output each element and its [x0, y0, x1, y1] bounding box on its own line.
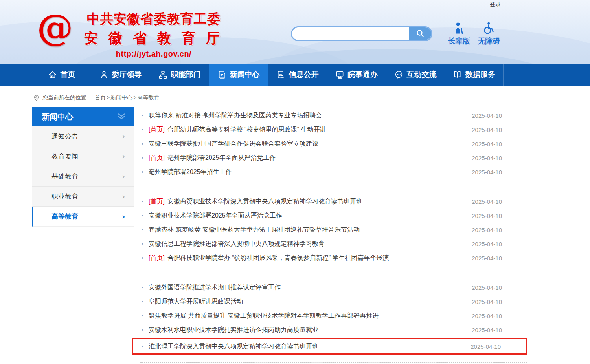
news-item-title[interactable]: 安徽商贸职业技术学院深入贯彻中央八项规定精神学习教育读书班开班 [167, 198, 362, 206]
news-item-title[interactable]: 聚焦教学进展 共商质量提升 安徽工贸职业技术学院对本学期教学工作再部署再推进 [149, 312, 379, 320]
news-item-title[interactable]: 亳州学院部署2025年全面从严治党工作 [167, 154, 276, 162]
news-item-date: 2025-04-10 [462, 241, 502, 247]
departments-icon [158, 70, 167, 79]
news-item: 安徽外国语学院推进学术期刊推荐认定评审工作2025-04-10 [140, 280, 527, 294]
nav-item-data-service[interactable]: 数据服务 [445, 64, 504, 86]
news-group: 安徽外国语学院推进学术期刊推荐认定评审工作2025-04-10阜阳师范大学开展听… [140, 279, 527, 363]
sidebar-item-basic-education[interactable]: 基础教育› [32, 166, 134, 187]
bullet-icon [142, 301, 143, 302]
nav-item-leaders[interactable]: 委厅领导 [91, 64, 150, 86]
nav-item-info-disclosure[interactable]: 信息公开 [268, 64, 327, 86]
news-item: 安徽三联学院获批中国产学研合作促进会联合实验室立项建设2025-04-10 [140, 137, 527, 151]
nav-item-label: 皖事通办 [348, 70, 378, 80]
sidebar-item-label: 通知公告 [51, 132, 78, 141]
news-item-title[interactable]: 合肥幼儿师范高等专科学校 “校史馆里的思政课” 生动开讲 [167, 126, 326, 134]
breadcrumb-item[interactable]: 新闻中心 [110, 94, 132, 101]
nav-item-label: 信息公开 [289, 70, 319, 80]
breadcrumb-item[interactable]: 高等教育 [137, 94, 159, 101]
sidebar-title: 新闻中心 [42, 112, 73, 122]
news-list: 职等你来 精准对接 亳州学院举办生物及医药类专业专场招聘会2025-04-10[… [140, 107, 527, 364]
news-item: 阜阳师范大学开展听讲思政课活动2025-04-10 [140, 294, 527, 309]
news-item-title[interactable]: 安徽三联学院获批中国产学研合作促进会联合实验室立项建设 [149, 140, 318, 148]
info-disclosure-icon [276, 70, 285, 79]
news-item-date: 2025-04-10 [462, 327, 502, 333]
sidebar-header: 新闻中心 [32, 107, 134, 126]
elder-version-label: 长辈版 [445, 36, 473, 46]
sidebar-item-label: 教育要闻 [51, 152, 78, 161]
sidebar-item-higher-education[interactable]: 高等教育› [32, 207, 134, 227]
news-item: 安徽水利水电职业技术学院扎实推进访企拓岗助力高质量就业2025-04-10 [140, 323, 527, 337]
chevron-right-icon: › [122, 212, 125, 221]
sidebar-item-vocational-education[interactable]: 职业教育› [32, 187, 134, 207]
news-item-prefix: [首页] [149, 154, 165, 162]
home-icon [48, 70, 57, 79]
news-item-title[interactable]: 安徽信息工程学院推进部署深入贯彻中央八项规定精神学习教育 [149, 240, 325, 248]
search-input[interactable] [292, 27, 409, 40]
news-item-date: 2025-04-10 [462, 198, 502, 205]
nav-item-label: 互动交流 [407, 70, 437, 80]
sidebar: 新闻中心 通知公告›教育要闻›基础教育›职业教育›高等教育› [32, 107, 134, 227]
bullet-icon [142, 346, 143, 347]
news-item-date: 2025-04-10 [461, 343, 501, 350]
elder-version-button[interactable]: 长辈版 [445, 21, 473, 46]
news-item-title[interactable]: 合肥科技职业学院举办 “缤纷社团展风采，青春筑梦启新程” 学生社团嘉年华展演 [167, 254, 389, 262]
news-item-date: 2025-04-10 [462, 169, 502, 176]
nav-item-label: 数据服务 [465, 70, 495, 80]
bullet-icon [142, 115, 143, 116]
nav-item-label: 首页 [61, 70, 75, 80]
news-item-title[interactable]: 亳州学院部署2025年招生工作 [149, 168, 232, 176]
data-service-icon [453, 70, 462, 79]
sidebar-item-label: 高等教育 [51, 212, 78, 221]
site-logo-block: @ 中共安徽省委教育工委 安徽省教育厅 http://jyt.ah.gov.cn… [37, 10, 229, 59]
nav-item-interaction[interactable]: 互动交流 [386, 64, 445, 86]
news-item-date: 2025-04-10 [462, 141, 502, 147]
breadcrumb-separator: > [107, 94, 110, 101]
main-content: 新闻中心 通知公告›教育要闻›基础教育›职业教育›高等教育› 职等你来 精准对接… [0, 107, 590, 364]
news-item: 安徽信息工程学院推进部署深入贯彻中央八项规定精神学习教育2025-04-10 [140, 237, 527, 251]
nav-item-home[interactable]: 首页 [32, 64, 91, 86]
chevron-right-icon: › [122, 152, 125, 161]
sidebar-item-education-news[interactable]: 教育要闻› [32, 146, 134, 166]
chevron-double-down-icon [117, 113, 126, 120]
nav-item-label: 新闻中心 [230, 70, 260, 80]
news-item-date: 2025-04-10 [462, 155, 502, 161]
bullet-icon [142, 243, 143, 245]
accessibility-label: 无障碍 [475, 36, 503, 46]
bullet-icon [142, 171, 143, 173]
search-button[interactable] [409, 27, 431, 40]
news-item-title[interactable]: 安徽水利水电职业技术学院扎实推进访企拓岗助力高质量就业 [149, 326, 318, 334]
nav-item-departments[interactable]: 职能部门 [150, 64, 209, 86]
sidebar-item-label: 职业教育 [51, 192, 78, 201]
chevron-right-icon: › [122, 172, 125, 181]
breadcrumb-item[interactable]: 首页 [95, 94, 106, 101]
news-item-title[interactable]: 安徽职业技术学院部署2025年全面从严治党工作 [149, 212, 282, 220]
breadcrumb-separator: > [133, 94, 136, 101]
accessibility-button[interactable]: 无障碍 [475, 21, 503, 46]
news-item-date: 2025-04-10 [462, 126, 502, 133]
news-item: [首页]安徽商贸职业技术学院深入贯彻中央八项规定精神学习教育读书班开班2025-… [140, 194, 527, 209]
news-item-prefix: [首页] [149, 126, 165, 134]
news-item-title[interactable]: 淮北理工学院深入贯彻中央八项规定精神学习教育读书班开班 [149, 342, 318, 351]
login-link[interactable]: 登录 [490, 1, 501, 8]
news-item: 春满杏林 筑梦岐黄 安徽中医药大学举办第十届社团巡礼节暨草坪音乐节活动2025-… [140, 223, 527, 237]
bullet-icon [142, 143, 143, 145]
breadcrumb: 您当前所在的位置： 首页>新闻中心>高等教育 [33, 93, 590, 103]
news-item-title[interactable]: 职等你来 精准对接 亳州学院举办生物及医药类专业专场招聘会 [149, 112, 322, 120]
breadcrumb-path: 首页>新闻中心>高等教育 [95, 94, 159, 101]
sidebar-item-notices[interactable]: 通知公告› [32, 126, 134, 146]
breadcrumb-prefix: 您当前所在的位置： [42, 94, 92, 101]
site-url: http://jyt.ah.gov.cn/ [79, 49, 229, 59]
page-header: 登录 @ 中共安徽省委教育工委 安徽省教育厅 http://jyt.ah.gov… [0, 0, 590, 64]
wheelchair-icon [475, 21, 503, 35]
sidebar-item-label: 基础教育 [51, 172, 78, 181]
news-item-title[interactable]: 阜阳师范大学开展听讲思政课活动 [149, 298, 243, 306]
news-item-prefix: [首页] [149, 254, 165, 262]
nav-item-online-service[interactable]: 皖事通办 [327, 64, 386, 86]
nav-item-label: 职能部门 [171, 70, 201, 80]
nav-item-news-center[interactable]: 新闻中心 [209, 64, 268, 86]
news-item: 职等你来 精准对接 亳州学院举办生物及医药类专业专场招聘会2025-04-10 [140, 108, 527, 123]
news-item-title[interactable]: 春满杏林 筑梦岐黄 安徽中医药大学举办第十届社团巡礼节暨草坪音乐节活动 [149, 226, 360, 234]
news-item-title[interactable]: 安徽外国语学院推进学术期刊推荐认定评审工作 [149, 284, 281, 292]
news-group: 职等你来 精准对接 亳州学院举办生物及医药类专业专场招聘会2025-04-10[… [140, 107, 527, 186]
news-item: [首页]亳州学院部署2025年全面从严治党工作2025-04-10 [140, 151, 527, 165]
